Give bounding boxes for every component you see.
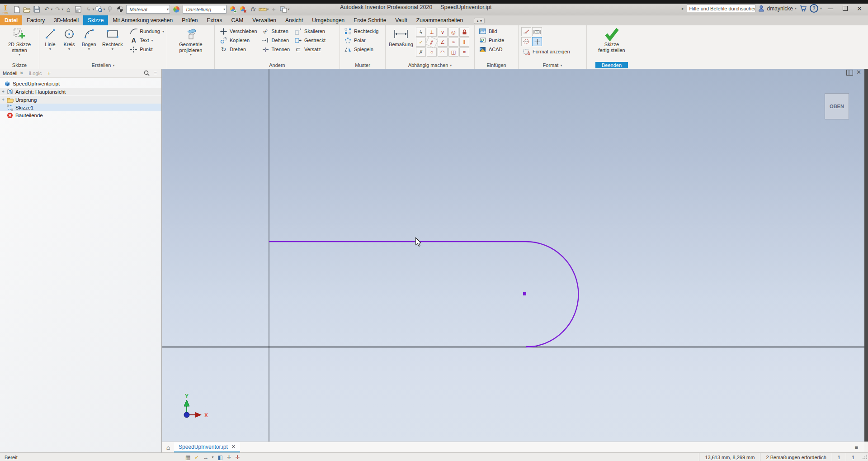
constraint-inference-icon[interactable]: ✓	[194, 454, 199, 461]
minimize-button[interactable]: —	[825, 5, 836, 13]
group-label-skizze[interactable]: Skizze	[0, 62, 39, 69]
user-menu[interactable]: dmaynicke	[767, 5, 793, 12]
group-label-beenden[interactable]: Beenden	[587, 62, 637, 69]
group-label-muster[interactable]: Muster	[340, 62, 385, 69]
document-tab-close-icon[interactable]: ✕	[231, 444, 236, 450]
group-label-erstellen[interactable]: Erstellen▾	[39, 62, 167, 69]
linie-button[interactable]: Linie ▾	[41, 26, 59, 52]
tab-erste-schritte[interactable]: Erste Schritte	[349, 15, 391, 25]
tangent-constraint-icon[interactable]: ○	[427, 48, 437, 57]
add-command-button[interactable]: +	[269, 5, 278, 14]
start-2d-sketch-button[interactable]: 2D-Skizze starten ▾	[7, 26, 32, 57]
zoom-window-caret[interactable]: ▾	[103, 7, 105, 11]
gestreckt-button[interactable]: Gestreckt	[293, 36, 327, 44]
smooth-constraint-icon[interactable]: ◠	[438, 48, 448, 57]
drawing-sheet-button[interactable]	[74, 5, 83, 14]
centerline-icon[interactable]	[521, 37, 531, 46]
centerpoint-icon[interactable]	[532, 37, 542, 46]
browser-tab-ilogic[interactable]: iLogic	[26, 71, 45, 76]
bogen-button[interactable]: Bogen ▾	[79, 26, 99, 52]
polar-muster-button[interactable]: Polar	[343, 36, 380, 44]
text-button[interactable]: A Text ▾	[128, 36, 165, 44]
collinear-constraint-icon[interactable]: ≈	[448, 38, 458, 47]
grid-snap-icon[interactable]: ▦	[185, 454, 190, 461]
tab-factory[interactable]: Factory	[22, 15, 49, 25]
tab-umgebungen[interactable]: Umgebungen	[307, 15, 349, 25]
new-file-button[interactable]	[12, 5, 21, 14]
angle-constraint-icon[interactable]: ∠	[438, 38, 448, 47]
versatz-button[interactable]: ⊂ Versatz	[293, 45, 327, 53]
group-label-einfuegen[interactable]: Einfügen	[475, 62, 518, 69]
tree-item-skizze1[interactable]: Skizze1	[0, 104, 161, 111]
sketch-arc[interactable]	[526, 242, 579, 347]
move-snap-icon[interactable]: ✛	[227, 454, 231, 461]
sketch-lightning-button[interactable]: ϟ	[84, 5, 93, 14]
driven-dimension-icon[interactable]: (x)	[532, 27, 542, 36]
geometrie-projizieren-button[interactable]: Geometrie projizieren ▾	[178, 26, 203, 57]
tab-pruefen[interactable]: Prüfen	[177, 15, 202, 25]
stutzen-button[interactable]: ✂ Stutzen	[260, 27, 292, 35]
home-button[interactable]: ⌂	[64, 5, 73, 14]
canvas-close-icon[interactable]: ✕	[856, 69, 861, 76]
trennen-button[interactable]: −¦− Trennen	[260, 45, 292, 53]
parameters-fx-button[interactable]: fx	[248, 5, 257, 14]
perpendicular-constraint-icon[interactable]: ⊥	[427, 28, 437, 37]
browser-search-icon[interactable]	[144, 70, 150, 76]
equal-constraint-icon[interactable]: =	[459, 48, 469, 57]
ribbon-collapse-button[interactable]: ▴▾	[474, 18, 485, 24]
punkt-button[interactable]: Punkt	[128, 45, 165, 53]
group-label-abhaengig-machen[interactable]: Abhängig machen▾	[386, 62, 474, 69]
undo-button[interactable]: ↶	[42, 5, 51, 14]
kreis-button[interactable]: Kreis ▾	[60, 26, 78, 52]
tab-zusammenarbeiten[interactable]: Zusammenarbeiten	[412, 15, 467, 25]
concentric-constraint-icon[interactable]: ◎	[448, 28, 458, 37]
browser-tab-close-icon[interactable]: ✕	[19, 71, 23, 76]
user-menu-caret[interactable]: ▾	[795, 6, 797, 10]
group-label-format[interactable]: Format▾	[519, 62, 586, 69]
tab-mit-anmerkung-versehen[interactable]: Mit Anmerkung versehen	[108, 15, 177, 25]
color-wheel-icon[interactable]	[172, 5, 181, 14]
auto-dimension-icon[interactable]: ϟ	[416, 28, 426, 37]
construction-line-icon[interactable]	[521, 27, 531, 36]
drehen-button[interactable]: ↻ Drehen	[218, 45, 259, 53]
symmetric-constraint-icon[interactable]: ◫	[448, 48, 458, 57]
help-caret[interactable]: ▾	[820, 6, 822, 10]
tab-extras[interactable]: Extras	[202, 15, 226, 25]
material-combo[interactable]: Material▾	[126, 5, 170, 14]
window-layout-button[interactable]	[279, 5, 288, 14]
dynamic-dimension-caret[interactable]: ▾	[212, 455, 213, 459]
precise-input-icon[interactable]: ✛	[236, 454, 240, 461]
expander-plus[interactable]: +	[0, 89, 6, 94]
measure-caret[interactable]: ▾	[267, 7, 269, 11]
tab-cam[interactable]: CAM	[227, 15, 248, 25]
punkte-button[interactable]: Punkte	[477, 36, 505, 44]
rechteck-button[interactable]: Rechteck ▾	[99, 26, 125, 52]
document-tab-active[interactable]: SpeedUpInventor.ipt ✕	[174, 442, 240, 453]
search-input[interactable]: Hilfe und Befehle durchsuchen..	[687, 5, 755, 12]
measure-button[interactable]	[258, 5, 267, 14]
split-view-icon[interactable]	[846, 70, 853, 76]
rundung-button[interactable]: Rundung ▾	[128, 27, 165, 35]
kopieren-button[interactable]: Kopieren	[218, 36, 259, 44]
skizze-fertig-stellen-button[interactable]: Skizze fertig stellen	[597, 26, 626, 54]
appearance-combo[interactable]: Darstellung▾	[183, 5, 226, 14]
tree-item-bauteilende[interactable]: Bauteilende	[0, 111, 161, 119]
spiegeln-button[interactable]: Spiegeln	[343, 45, 380, 53]
clear-appearance-icon[interactable]	[238, 5, 247, 14]
open-file-button[interactable]	[22, 5, 31, 14]
view-cube[interactable]: OBEN	[825, 93, 849, 119]
undo-caret[interactable]: ▾	[51, 7, 52, 11]
skalieren-button[interactable]: Skalieren	[293, 27, 327, 35]
constraint-pin-button[interactable]	[105, 5, 114, 14]
acad-button[interactable]: ACAD	[477, 45, 505, 53]
tab-verwalten[interactable]: Verwalten	[248, 15, 281, 25]
help-icon[interactable]: ?	[810, 4, 818, 13]
redo-caret[interactable]: ▾	[61, 7, 63, 11]
tab-vault[interactable]: Vault	[391, 15, 411, 25]
slice-graphics-icon[interactable]: ◧	[217, 454, 222, 461]
bemassung-button[interactable]: Bemaßung	[387, 26, 415, 48]
tree-item-root[interactable]: SpeedUpInventor.ipt	[0, 80, 161, 87]
qat-customize-caret[interactable]: ▾	[288, 7, 289, 11]
browser-tab-modell[interactable]: Modell✕	[0, 71, 26, 76]
verschieben-button[interactable]: Verschieben	[218, 27, 259, 35]
